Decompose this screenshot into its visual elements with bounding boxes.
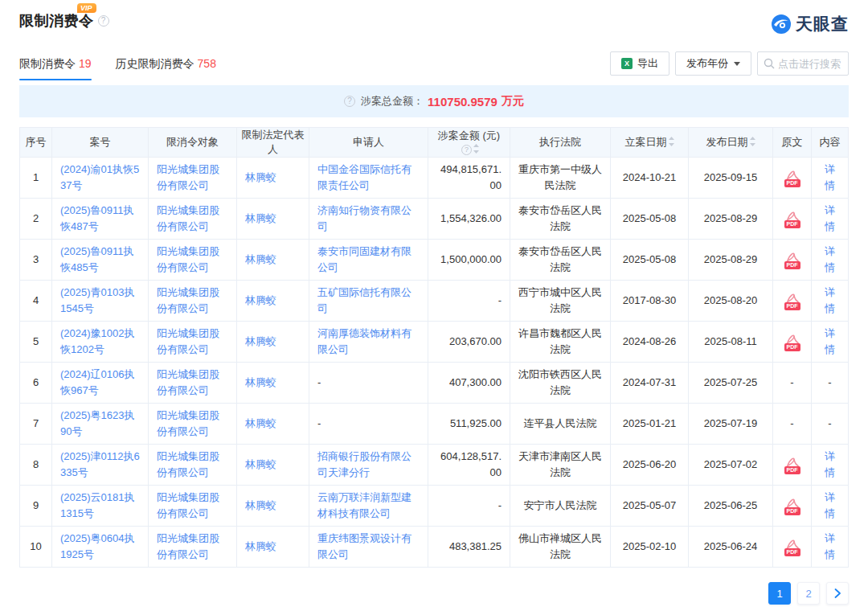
target-company-link[interactable]: 阳光城集团股份有限公司 xyxy=(157,368,219,396)
page-title: 限制消费令 xyxy=(19,11,94,31)
detail-link[interactable]: 详情 xyxy=(825,286,835,314)
cell-content: 详情 xyxy=(812,527,849,568)
legal-rep-link[interactable]: 林腾蛟 xyxy=(245,294,276,306)
brand-logo[interactable]: 天眼查 xyxy=(771,13,849,35)
legal-rep-link[interactable]: 林腾蛟 xyxy=(245,458,276,470)
detail-link[interactable]: 详情 xyxy=(825,327,835,355)
sort-icon[interactable] xyxy=(669,137,674,149)
cell-target: 阳光城集团股份有限公司 xyxy=(149,527,237,568)
tab-current-orders[interactable]: 限制消费令19 xyxy=(19,57,92,80)
case-number-link[interactable]: (2025)云0181执1315号 xyxy=(60,491,135,519)
cell-index: 2 xyxy=(20,199,52,240)
cell-court: 安宁市人民法院 xyxy=(510,486,611,527)
applicant-link[interactable]: 泰安市同固建材有限公司 xyxy=(317,245,411,273)
case-number-link[interactable]: (2025)鲁0911执恢485号 xyxy=(60,245,134,273)
target-company-link[interactable]: 阳光城集团股份有限公司 xyxy=(157,163,219,191)
table-body: 1(2024)渝01执恢537号阳光城集团股份有限公司林腾蛟中国金谷国际信托有限… xyxy=(20,158,849,568)
applicant-link[interactable]: 云南万联沣润新型建材科技有限公司 xyxy=(317,491,411,519)
legal-rep-link[interactable]: 林腾蛟 xyxy=(245,540,276,552)
cell-filing-date: 2024-07-31 xyxy=(611,363,689,404)
target-company-link[interactable]: 阳光城集团股份有限公司 xyxy=(157,409,219,437)
cell-content: 详情 xyxy=(812,445,849,486)
legal-rep-link[interactable]: 林腾蛟 xyxy=(245,253,276,265)
pdf-icon[interactable]: PDF xyxy=(784,538,800,556)
pdf-icon[interactable]: PDF xyxy=(784,497,800,515)
cell-applicant: 河南厚德装饰材料有限公司 xyxy=(309,322,428,363)
applicant-link[interactable]: 河南厚德装饰材料有限公司 xyxy=(317,327,411,355)
cell-legal-rep: 林腾蛟 xyxy=(237,322,309,363)
sort-icon[interactable] xyxy=(750,137,755,149)
case-number-link[interactable]: (2025)粤1623执90号 xyxy=(60,409,135,437)
tab-label: 历史限制消费令 xyxy=(116,57,194,70)
applicant-link[interactable]: 五矿国际信托有限公司 xyxy=(317,286,411,314)
cell-original-doc: PDF xyxy=(773,281,812,322)
target-company-link[interactable]: 阳光城集团股份有限公司 xyxy=(157,327,219,355)
tabs-row: 限制消费令19 历史限制消费令758 X 导出 发布年份 xyxy=(19,51,849,80)
case-number-link[interactable]: (2024)渝01执恢537号 xyxy=(60,163,139,191)
tab-history-orders[interactable]: 历史限制消费令758 xyxy=(116,57,216,80)
cell-filing-date: 2025-05-08 xyxy=(611,240,689,281)
header-filing-date[interactable]: 立案日期 xyxy=(611,128,689,158)
table-row: 2(2025)鲁0911执恢487号阳光城集团股份有限公司林腾蛟济南知行物资有限… xyxy=(20,199,849,240)
header-content: 内容 xyxy=(812,128,849,158)
brand-name: 天眼查 xyxy=(796,13,849,35)
header-amount[interactable]: 涉案金额 (元)? xyxy=(428,128,510,158)
legal-rep-link[interactable]: 林腾蛟 xyxy=(245,499,276,511)
pdf-icon[interactable]: PDF xyxy=(784,169,800,187)
pdf-icon[interactable]: PDF xyxy=(784,292,800,310)
detail-link[interactable]: 详情 xyxy=(825,204,835,232)
cell-court: 泰安市岱岳区人民法院 xyxy=(510,240,611,281)
target-company-link[interactable]: 阳光城集团股份有限公司 xyxy=(157,245,219,273)
header-publish-date[interactable]: 发布日期 xyxy=(689,128,773,158)
banner-help-icon[interactable]: ? xyxy=(344,96,355,107)
target-company-link[interactable]: 阳光城集团股份有限公司 xyxy=(157,532,219,560)
cell-court: 西宁市城中区人民法院 xyxy=(510,281,611,322)
detail-link[interactable]: 详情 xyxy=(825,163,835,191)
page-button-1[interactable]: 1 xyxy=(768,582,791,605)
cell-court: 连平县人民法院 xyxy=(510,404,611,445)
pdf-icon[interactable]: PDF xyxy=(784,333,800,351)
case-number-link[interactable]: (2024)豫1002执恢1202号 xyxy=(60,327,135,355)
target-company-link[interactable]: 阳光城集团股份有限公司 xyxy=(157,450,219,478)
export-button[interactable]: X 导出 xyxy=(610,51,669,76)
case-number-link[interactable]: (2024)辽0106执恢967号 xyxy=(60,368,135,396)
legal-rep-link[interactable]: 林腾蛟 xyxy=(245,171,276,183)
publish-year-filter[interactable]: 发布年份 xyxy=(675,51,751,76)
search-input[interactable] xyxy=(778,58,842,70)
target-company-link[interactable]: 阳光城集团股份有限公司 xyxy=(157,491,219,519)
pdf-icon[interactable]: PDF xyxy=(784,251,800,269)
help-icon[interactable]: ? xyxy=(98,15,109,27)
amount-help-icon[interactable]: ? xyxy=(461,145,472,155)
next-page-button[interactable] xyxy=(826,582,849,605)
legal-rep-link[interactable]: 林腾蛟 xyxy=(245,376,276,388)
page-button-2[interactable]: 2 xyxy=(797,582,820,605)
detail-link[interactable]: 详情 xyxy=(825,245,835,273)
detail-link[interactable]: 详情 xyxy=(825,450,835,478)
applicant-link[interactable]: 招商银行股份有限公司天津分行 xyxy=(317,450,411,478)
pdf-icon-label: PDF xyxy=(784,179,800,187)
table-row: 9(2025)云0181执1315号阳光城集团股份有限公司林腾蛟云南万联沣润新型… xyxy=(20,486,849,527)
detail-link[interactable]: 详情 xyxy=(825,532,835,560)
cell-case-number: (2025)粤0604执1925号 xyxy=(52,527,149,568)
legal-rep-link[interactable]: 林腾蛟 xyxy=(245,335,276,347)
legal-rep-link[interactable]: 林腾蛟 xyxy=(245,417,276,429)
applicant-link[interactable]: 中国金谷国际信托有限责任公司 xyxy=(317,163,411,191)
cell-legal-rep: 林腾蛟 xyxy=(237,240,309,281)
search-box[interactable] xyxy=(757,51,849,76)
pdf-icon[interactable]: PDF xyxy=(784,456,800,474)
case-number-link[interactable]: (2025)津0112执6335号 xyxy=(60,450,140,478)
sort-icon[interactable] xyxy=(473,144,479,156)
detail-link[interactable]: 详情 xyxy=(825,491,835,519)
cell-target: 阳光城集团股份有限公司 xyxy=(149,158,237,199)
applicant-link[interactable]: 重庆纬图景观设计有限公司 xyxy=(317,532,411,560)
pdf-icon[interactable]: PDF xyxy=(784,210,800,228)
cell-index: 3 xyxy=(20,240,52,281)
legal-rep-link[interactable]: 林腾蛟 xyxy=(245,212,276,224)
case-number-link[interactable]: (2025)粤0604执1925号 xyxy=(60,532,135,560)
case-number-link[interactable]: (2025)青0103执1545号 xyxy=(60,286,135,314)
applicant-link[interactable]: 济南知行物资有限公司 xyxy=(317,204,411,232)
table-row: 10(2025)粤0604执1925号阳光城集团股份有限公司林腾蛟重庆纬图景观设… xyxy=(20,527,849,568)
target-company-link[interactable]: 阳光城集团股份有限公司 xyxy=(157,286,219,314)
target-company-link[interactable]: 阳光城集团股份有限公司 xyxy=(157,204,219,232)
case-number-link[interactable]: (2025)鲁0911执恢487号 xyxy=(60,204,134,232)
